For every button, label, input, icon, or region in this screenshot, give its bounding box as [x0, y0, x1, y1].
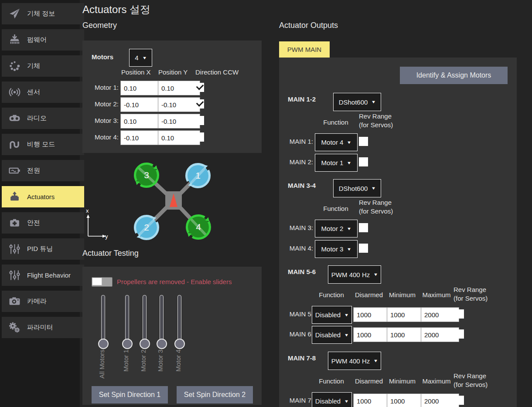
- axis-indicator: x y: [86, 207, 108, 240]
- main7-rev-range-checkbox[interactable]: [455, 396, 464, 405]
- set-spin-direction-2-button[interactable]: Set Spin Direction 2: [177, 386, 253, 404]
- tab-pwm-main[interactable]: PWM MAIN: [279, 41, 330, 58]
- main5-function-dropdown[interactable]: Disabled▼: [312, 306, 352, 324]
- slider-knob-motor4[interactable]: [174, 339, 185, 349]
- slider-label: Motor 4: [174, 349, 182, 372]
- main2-function-dropdown[interactable]: Motor 1▼: [315, 154, 358, 172]
- geometry-section-title: Geometry: [82, 21, 117, 30]
- slider-track-motor4[interactable]: [177, 295, 181, 345]
- sidebar-item-flight-behavior[interactable]: Flight Behavior: [2, 265, 84, 286]
- maximum-header: Maximum: [421, 291, 452, 298]
- main3-function-dropdown[interactable]: Motor 2▼: [315, 220, 358, 237]
- set-spin-direction-1-button[interactable]: Set Spin Direction 1: [92, 386, 168, 404]
- main4-function-dropdown[interactable]: Motor 3▼: [315, 240, 358, 258]
- sidebar-item-radio[interactable]: 라디오: [2, 108, 84, 129]
- sidebar-item-pid-tuning[interactable]: PID 튜닝: [2, 238, 84, 260]
- function-header: Function: [312, 377, 351, 385]
- minimum-header: Minimum: [387, 377, 418, 385]
- main6-rev-range-checkbox[interactable]: [455, 329, 464, 339]
- slider-track-motor1[interactable]: [125, 295, 129, 345]
- motor2-position-y-input[interactable]: [158, 97, 200, 112]
- motor1-position-y-input[interactable]: [158, 81, 200, 95]
- wave-squiggle-icon: [7, 139, 21, 150]
- main3-rev-range-checkbox[interactable]: [359, 223, 368, 232]
- rev-range-header-line2: (for Servos): [359, 121, 393, 129]
- sidebar-item-camera[interactable]: 카메라: [2, 291, 84, 312]
- main5-maximum-input[interactable]: [421, 307, 459, 322]
- chevron-down-icon: ▼: [344, 333, 349, 337]
- motor2-position-x-input[interactable]: [120, 97, 163, 112]
- sidebar-item-firmware[interactable]: 펌웨어: [2, 29, 84, 51]
- actuator-testing-section-title: Actuator Testing: [82, 249, 139, 258]
- output-row-label: MAIN 1:: [279, 138, 313, 145]
- slider-knob-motor1[interactable]: [122, 339, 133, 349]
- sidebar-item-label: 파라미터: [27, 323, 53, 332]
- motor-row-label: Motor 2:: [82, 100, 119, 108]
- slider-track-motor2[interactable]: [143, 295, 147, 345]
- sidebar-item-actuators[interactable]: Actuators: [2, 186, 84, 207]
- main7-maximum-input[interactable]: [421, 393, 459, 407]
- main5-disarmed-input[interactable]: [353, 307, 392, 322]
- main1-rev-range-checkbox[interactable]: [359, 137, 368, 146]
- main7-function-dropdown[interactable]: Disabled▼: [312, 392, 352, 407]
- motor2-ccw-checkbox[interactable]: [195, 99, 204, 109]
- main6-minimum-input[interactable]: [387, 327, 425, 342]
- sidebar-item-airframe[interactable]: 기체: [2, 55, 84, 77]
- motor3-position-y-input[interactable]: [158, 114, 200, 129]
- slider-knob-motor2[interactable]: [140, 339, 150, 349]
- motor4-position-x-input[interactable]: [120, 130, 163, 145]
- main5-rev-range-checkbox[interactable]: [455, 309, 464, 319]
- chevron-down-icon: ▼: [347, 227, 351, 231]
- sidebar-item-label: 기체 정보: [27, 10, 55, 18]
- motor-count-dropdown[interactable]: 4▼: [129, 49, 152, 67]
- propellers-warning-text: Propellers are removed - Enable sliders: [117, 278, 232, 285]
- disarmed-header: Disarmed: [353, 291, 385, 298]
- main7-minimum-input[interactable]: [387, 393, 425, 407]
- motor3-position-x-input[interactable]: [120, 114, 163, 129]
- main7-disarmed-input[interactable]: [353, 393, 392, 407]
- svg-text:1: 1: [195, 170, 201, 180]
- sidebar-item-sensors[interactable]: 센서: [2, 81, 84, 103]
- sidebar-item-parameters[interactable]: 파라미터: [2, 317, 84, 338]
- main2-rev-range-checkbox[interactable]: [359, 157, 368, 166]
- first-aid-kit-icon: [7, 217, 21, 229]
- diagram-motor-2: 2: [135, 215, 158, 240]
- slider-knob-motor3[interactable]: [157, 339, 167, 349]
- sidebar-item-label: 전원: [27, 166, 40, 175]
- rev-range-header: Rev Range: [454, 372, 486, 380]
- motor4-position-y-input[interactable]: [158, 130, 200, 145]
- main4-rev-range-checkbox[interactable]: [359, 244, 368, 253]
- output-row-label: MAIN 5:: [279, 310, 313, 318]
- sidebar-item-power[interactable]: 전원: [2, 160, 84, 181]
- sidebar-item-label: 센서: [27, 88, 40, 96]
- main-5-6-protocol-dropdown[interactable]: PWM 400 Hz▼: [328, 265, 381, 284]
- slider-track-all-motors[interactable]: [101, 295, 105, 345]
- motor3-ccw-checkbox[interactable]: [195, 116, 204, 125]
- rev-range-header: Rev Range: [359, 199, 392, 206]
- main5-minimum-input[interactable]: [387, 307, 425, 322]
- output-row-label: MAIN 7:: [279, 397, 313, 404]
- motor1-position-x-input[interactable]: [120, 81, 163, 95]
- sliders-icon: [7, 243, 21, 255]
- enable-sliders-toggle[interactable]: [92, 277, 113, 287]
- identify-assign-motors-button[interactable]: Identify & Assign Motors: [400, 67, 508, 84]
- main1-function-dropdown[interactable]: Motor 4▼: [315, 133, 358, 151]
- sidebar-item-label: PID 튜닝: [27, 245, 53, 253]
- sidebar-item-vehicle-summary[interactable]: 기체 정보: [2, 3, 84, 24]
- diagram-motor-1: 1: [187, 163, 210, 188]
- main-3-4-protocol-dropdown[interactable]: DShot600▼: [333, 179, 381, 197]
- main-7-8-protocol-dropdown[interactable]: PWM 400 Hz▼: [328, 352, 381, 370]
- sidebar-item-safety[interactable]: 안전: [2, 212, 84, 234]
- sidebar-item-flight-modes[interactable]: 비행 모드: [2, 134, 84, 155]
- sidebar-item-label: 안전: [27, 219, 40, 227]
- main6-maximum-input[interactable]: [421, 327, 459, 342]
- motor4-ccw-checkbox[interactable]: [195, 132, 204, 142]
- rev-range-header-line2: (for Servos): [454, 381, 488, 388]
- main6-function-dropdown[interactable]: Disabled▼: [312, 326, 352, 344]
- slider-knob-all-motors[interactable]: [98, 339, 109, 349]
- chevron-down-icon: ▼: [373, 359, 378, 363]
- motor1-ccw-checkbox[interactable]: [195, 83, 204, 92]
- main6-disarmed-input[interactable]: [353, 327, 392, 342]
- main-1-2-protocol-dropdown[interactable]: DShot600▼: [333, 93, 381, 111]
- slider-track-motor3[interactable]: [160, 295, 164, 345]
